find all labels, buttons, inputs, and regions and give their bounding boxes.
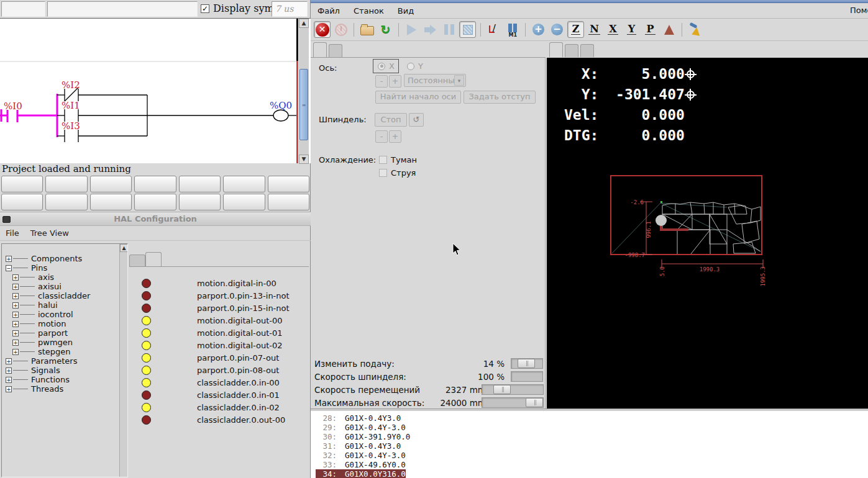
menu-machine[interactable]: Станок — [347, 4, 391, 18]
preview-tab[interactable] — [565, 44, 578, 57]
tree-expand-icon[interactable]: + — [6, 368, 12, 374]
tree-item[interactable]: + Components — [2, 254, 127, 263]
watch-row[interactable]: classicladder.0.in-00 — [129, 376, 309, 389]
axis-x-radio[interactable]: X — [373, 59, 399, 73]
view-x-button[interactable]: X — [605, 21, 621, 38]
stop-button[interactable] — [459, 21, 476, 38]
slider-track[interactable] — [482, 397, 544, 408]
classicladder-button[interactable] — [90, 176, 132, 192]
watch-row[interactable]: parport.0.pin-13-in-not — [129, 289, 309, 302]
tree-expand-icon[interactable]: + — [12, 274, 19, 281]
tree-item[interactable]: + stepgen — [2, 347, 127, 356]
watch-row[interactable]: motion.digital-out-00 — [129, 314, 309, 327]
spindle-minus-button[interactable]: - — [375, 130, 388, 143]
tree-item[interactable]: + classicladder — [2, 291, 127, 300]
tree-expand-icon[interactable]: + — [12, 302, 19, 309]
tree-item[interactable]: + Threads — [2, 384, 127, 394]
skip-lines-button[interactable]: / — [485, 21, 502, 38]
preview-area[interactable]: X: 5.000 Y: -301.407 Vel: 0.000 DTG: 0.0… — [547, 58, 868, 408]
optional-stop-button[interactable]: M1 — [504, 21, 521, 38]
tree-item[interactable]: + Signals — [2, 366, 127, 375]
watch-row[interactable]: classicladder.0.in-01 — [129, 389, 309, 401]
watch-row[interactable]: classicladder.0.out-00 — [129, 413, 309, 426]
classicladder-button[interactable] — [268, 194, 309, 210]
tree-expand-icon[interactable]: − — [6, 265, 12, 271]
tree-item[interactable]: + motion — [2, 319, 127, 328]
watch-row[interactable]: parport.0.pin-07-out — [129, 351, 309, 364]
reload-button[interactable]: ↻ — [377, 21, 394, 38]
watch-row[interactable]: motion.digital-out-01 — [129, 327, 309, 339]
zoom-in-button[interactable]: + — [530, 21, 547, 38]
classicladder-button[interactable] — [223, 176, 265, 192]
view-z-rotated-button[interactable]: N — [586, 21, 603, 38]
spindle-stop-button[interactable]: Стоп — [375, 113, 407, 127]
gcode-line[interactable]: 31:G01X-0.4Y3.0 — [316, 441, 868, 451]
slider-track[interactable] — [511, 371, 543, 382]
watch-row[interactable]: classicladder.0.in-02 — [129, 401, 309, 413]
menu-file[interactable]: File — [0, 227, 25, 240]
tree-scrollbar[interactable]: ▲ — [119, 244, 127, 477]
view-y-button[interactable]: Y — [623, 21, 640, 38]
tree-item[interactable]: + pwmgen — [2, 338, 127, 347]
menu-view[interactable]: Вид — [391, 4, 421, 18]
gcode-line[interactable]: 28:G01X-0.4Y3.0 — [316, 413, 868, 423]
display-symbols-checkbox[interactable]: ✓ — [201, 4, 209, 13]
gcode-line[interactable]: 29:G01X-0.4Y-3.0 — [316, 423, 868, 432]
view-perspective-button[interactable]: P — [642, 21, 659, 38]
gcode-line[interactable]: 30:G01X-391.9Y0.0 — [316, 432, 868, 441]
jog-minus-button[interactable]: - — [375, 75, 388, 88]
view-z-button[interactable]: Z — [567, 21, 584, 38]
slider-thumb[interactable] — [526, 398, 543, 407]
watch-row[interactable]: parport.0.pin-15-in-not — [129, 302, 309, 314]
pause-button[interactable] — [441, 21, 457, 38]
classicladder-button[interactable] — [45, 194, 87, 210]
preview-tab[interactable] — [580, 44, 594, 57]
run-from-line-button[interactable] — [422, 21, 439, 38]
classicladder-button[interactable] — [134, 176, 176, 192]
menu-help[interactable]: Помощь — [850, 6, 868, 15]
gcode-line[interactable]: 33:G01X-49.6Y0.0 — [316, 460, 868, 469]
zoom-out-button[interactable]: − — [549, 21, 565, 38]
tree-expand-icon[interactable]: + — [6, 256, 12, 262]
tree-item[interactable]: + axisui — [2, 282, 127, 291]
machine-power-button[interactable] — [332, 21, 349, 38]
tree-expand-icon[interactable]: + — [12, 340, 19, 346]
hal-tab[interactable] — [129, 255, 145, 267]
spindle-reverse-button[interactable]: ↺ — [409, 113, 424, 127]
tree-item[interactable]: + axis — [2, 273, 127, 282]
set-offset-button[interactable]: Задать отступ — [464, 91, 536, 104]
rotate-view-button[interactable] — [660, 21, 677, 38]
tree-expand-icon[interactable]: + — [12, 330, 19, 336]
tree-expand-icon[interactable]: + — [12, 349, 19, 355]
classicladder-button[interactable] — [268, 176, 309, 192]
ladder-scrollbar[interactable]: ▲ ≡ ▼ — [299, 19, 309, 164]
gcode-listing[interactable]: 28:G01X-0.4Y3.0 29:G01X-0.4Y-3.0 30:G01X… — [311, 411, 868, 478]
tree-item[interactable]: + halui — [2, 300, 127, 310]
tree-item[interactable]: + Functions — [2, 375, 127, 384]
classicladder-button[interactable] — [1, 194, 43, 210]
tree-expand-icon[interactable]: + — [6, 386, 12, 392]
gcode-line[interactable]: 34:G01X0.0Y316.0 — [316, 469, 868, 478]
home-axis-button[interactable]: Найти начало оси — [375, 91, 461, 104]
watch-row[interactable]: motion.digital-in-00 — [129, 277, 309, 289]
menu-file[interactable]: Файл — [311, 4, 347, 18]
scrollbar-thumb[interactable]: ≡ — [299, 69, 308, 140]
tree-item[interactable]: + Parameters — [2, 356, 127, 366]
clear-plot-button[interactable] — [687, 21, 703, 38]
control-tab[interactable] — [313, 42, 327, 57]
slider-thumb[interactable] — [493, 385, 511, 394]
tree-expand-icon[interactable]: + — [6, 377, 12, 383]
classicladder-button[interactable] — [90, 194, 132, 210]
open-file-button[interactable] — [359, 21, 375, 38]
hal-tab[interactable] — [145, 252, 162, 267]
scroll-up-icon[interactable]: ▲ — [299, 19, 309, 28]
tree-expand-icon[interactable]: + — [12, 312, 19, 318]
jog-mode-combo[interactable]: Постоянный ▾ — [404, 74, 466, 87]
jog-plus-button[interactable]: + — [389, 75, 401, 88]
classicladder-button[interactable] — [1, 176, 43, 192]
run-button[interactable] — [403, 21, 420, 38]
scroll-down-icon[interactable]: ▼ — [299, 155, 309, 164]
axis-y-radio[interactable]: Y — [407, 61, 423, 71]
slider-track[interactable] — [511, 358, 543, 369]
preview-tab[interactable] — [549, 42, 563, 57]
